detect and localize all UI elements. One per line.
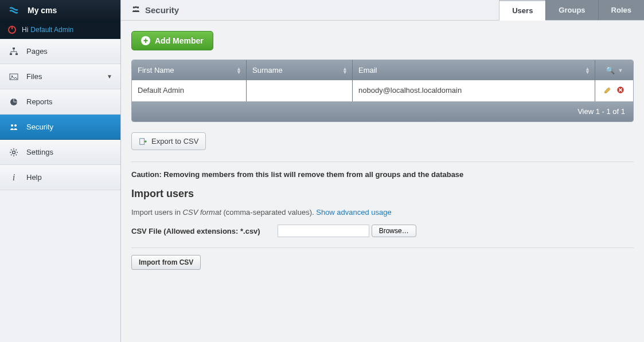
greeting-hi: Hi [22,26,28,34]
add-member-button[interactable]: + Add Member [131,31,213,50]
svg-rect-1 [10,53,12,55]
grid-footer: View 1 - 1 of 1 [132,101,633,121]
csv-file-input[interactable] [278,225,369,237]
search-icon[interactable]: 🔍 [606,66,615,74]
sidebar-item-label: Files [26,72,42,81]
brand-logo-icon [8,5,19,16]
csv-file-row: CSV File (Allowed extensions: *.csv) Bro… [131,225,634,237]
svg-rect-2 [15,53,18,55]
cell-email: nobody@localhost.localdomain [353,80,595,101]
svg-rect-13 [140,138,145,144]
sidebar-item-files[interactable]: Files ▼ [0,64,120,89]
column-header-email[interactable]: Email ▲▼ [353,60,595,80]
svg-rect-0 [13,48,15,49]
chevron-down-icon[interactable]: ▼ [618,68,623,73]
import-desc-pre: Import users in [131,208,183,217]
svg-point-9 [133,6,135,9]
divider [131,162,634,162]
table-row[interactable]: Default Admin nobody@localhost.localdoma… [132,80,633,101]
pie-chart-icon [8,97,19,107]
people-icon [8,123,19,132]
greeting-user-link[interactable]: Default Admin [30,26,73,34]
sitemap-icon [8,47,19,56]
export-icon [139,137,147,146]
page-title: Security [131,5,179,15]
divider [131,247,634,248]
cell-surname [247,80,353,101]
page-title-text: Security [145,5,179,15]
column-header-first-name[interactable]: First Name ▲▼ [132,60,247,80]
csv-file-label: CSV File (Allowed extensions: *.csv) [131,227,260,235]
sidebar-item-label: Reports [26,97,53,106]
sidebar-item-label: Pages [26,47,48,56]
image-icon [8,72,19,81]
topbar: Security Users Groups Roles [121,0,644,21]
power-icon[interactable] [8,26,16,34]
column-label: Email [358,66,377,74]
svg-point-10 [135,6,137,9]
column-label: First Name [138,66,174,74]
import-description: Import users in CSV format (comma-separa… [131,208,634,217]
greeting-bar: Hi Default Admin [0,21,120,39]
content: + Add Member First Name ▲▼ Surname ▲▼ Em… [121,21,644,270]
brand-bar: My cms [0,0,120,21]
import-desc-post: (comma-separated values). [221,208,316,217]
sidebar-item-pages[interactable]: Pages [0,39,120,64]
sort-icon: ▲▼ [585,67,590,74]
column-header-actions: 🔍 ▼ [595,60,633,80]
gear-icon [8,148,19,157]
export-csv-button[interactable]: Export to CSV [131,132,206,150]
caution-text: Caution: Removing members from this list… [131,170,634,179]
export-csv-label: Export to CSV [151,137,198,146]
import-heading: Import users [131,188,634,200]
svg-point-6 [11,124,13,127]
sidebar-item-label: Settings [26,148,53,156]
chevron-down-icon: ▼ [107,73,112,80]
members-grid: First Name ▲▼ Surname ▲▼ Email ▲▼ 🔍 ▼ [131,60,634,122]
sidebar-item-reports[interactable]: Reports [0,89,120,115]
svg-point-11 [137,6,139,9]
sort-icon: ▲▼ [342,67,348,74]
pagination-text: View 1 - 1 of 1 [577,107,625,116]
info-icon: i [8,172,19,183]
show-advanced-link[interactable]: Show advanced usage [316,208,392,217]
plus-icon: + [141,36,150,45]
sort-icon: ▲▼ [236,67,241,74]
sidebar-item-label: Help [26,173,42,182]
sidebar-item-settings[interactable]: Settings [0,140,120,165]
main-panel: Security Users Groups Roles + Add Member… [121,0,644,342]
tabs: Users Groups Roles [499,0,644,20]
tab-users[interactable]: Users [499,0,545,21]
cell-first-name: Default Admin [132,80,247,101]
svg-point-7 [14,124,17,127]
browse-button[interactable]: Browse… [372,225,416,237]
tab-roles[interactable]: Roles [598,0,644,20]
import-csv-button[interactable]: Import from CSV [131,255,201,270]
cell-actions [595,80,633,101]
sidebar: My cms Hi Default Admin Pages Files ▼ Re… [0,0,121,342]
edit-icon[interactable] [604,86,612,96]
column-header-surname[interactable]: Surname ▲▼ [247,60,353,80]
import-desc-format: CSV format [183,208,221,217]
brand-title: My cms [28,6,57,15]
sidebar-item-help[interactable]: i Help [0,165,120,190]
sidebar-item-label: Security [26,123,53,131]
tab-groups[interactable]: Groups [545,0,598,20]
sidebar-item-security[interactable]: Security [0,115,120,140]
grid-header: First Name ▲▼ Surname ▲▼ Email ▲▼ 🔍 ▼ [132,60,633,80]
add-member-label: Add Member [155,36,204,45]
people-icon [131,5,140,15]
svg-point-8 [13,151,15,154]
file-input-wrap: Browse… [278,225,416,237]
column-label: Surname [252,66,283,74]
delete-icon[interactable] [616,86,625,96]
